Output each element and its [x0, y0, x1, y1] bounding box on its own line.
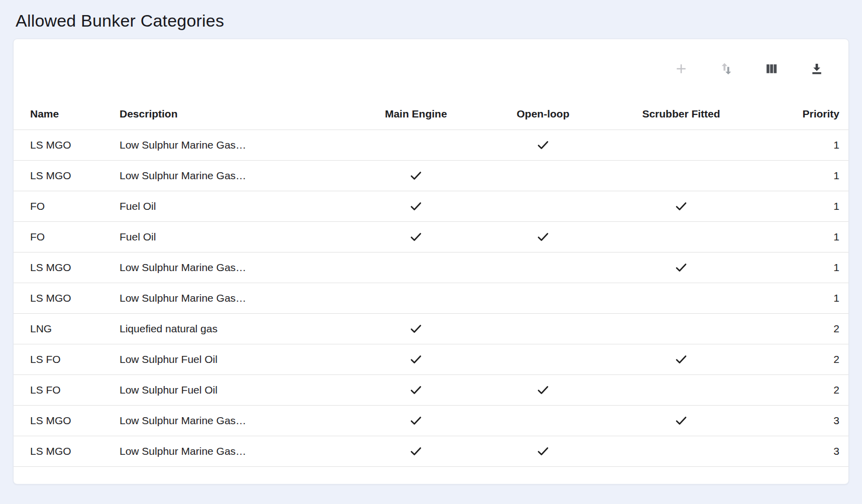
main-engine-cell[interactable] [345, 191, 487, 221]
check-icon [674, 261, 688, 275]
sort-button[interactable] [716, 58, 737, 79]
description-cell[interactable]: Low Sulphur Marine Gas… [119, 252, 345, 283]
main-engine-cell[interactable] [345, 405, 487, 436]
priority-cell[interactable]: 1 [763, 191, 849, 221]
columns-icon [764, 61, 779, 76]
main-engine-cell[interactable] [345, 436, 487, 466]
open-loop-cell[interactable] [487, 252, 599, 283]
check-icon [409, 322, 423, 336]
scrubber-fitted-cell[interactable] [599, 191, 763, 221]
check-icon [409, 383, 423, 397]
column-header-open-loop[interactable]: Open-loop [487, 98, 599, 130]
main-engine-cell[interactable] [345, 313, 487, 344]
column-header-main-engine[interactable]: Main Engine [345, 98, 487, 130]
scrubber-fitted-cell[interactable] [599, 436, 763, 466]
table-row[interactable]: LS MGOLow Sulphur Marine Gas…1 [14, 283, 849, 313]
open-loop-cell[interactable] [487, 374, 599, 405]
main-engine-cell[interactable] [345, 221, 487, 252]
check-icon [409, 414, 423, 428]
open-loop-cell[interactable] [487, 221, 599, 252]
scrubber-fitted-cell[interactable] [599, 405, 763, 436]
main-engine-cell[interactable] [345, 130, 487, 160]
scrubber-fitted-cell[interactable] [599, 283, 763, 313]
description-cell[interactable]: Low Sulphur Marine Gas… [119, 436, 345, 466]
open-loop-cell[interactable] [487, 191, 599, 221]
priority-cell[interactable]: 2 [763, 344, 849, 374]
description-cell[interactable]: Low Sulphur Marine Gas… [119, 130, 345, 160]
check-icon [409, 352, 423, 366]
table-row[interactable]: LNGLiquefied natural gas2 [14, 313, 849, 344]
check-icon [536, 230, 550, 244]
description-cell[interactable]: Low Sulphur Marine Gas… [119, 283, 345, 313]
table-row[interactable]: LS MGOLow Sulphur Marine Gas…3 [14, 436, 849, 466]
table-row[interactable]: LS MGOLow Sulphur Marine Gas…1 [14, 252, 849, 283]
check-icon [536, 444, 550, 458]
name-cell[interactable]: LS MGO [14, 130, 119, 160]
column-header-description[interactable]: Description [119, 98, 345, 130]
add-button[interactable] [671, 58, 692, 79]
check-icon [674, 352, 688, 366]
bunker-categories-table: Name Description Main Engine Open-loop S… [14, 98, 849, 467]
open-loop-cell[interactable] [487, 405, 599, 436]
description-cell[interactable]: Low Sulphur Fuel Oil [119, 374, 345, 405]
name-cell[interactable]: FO [14, 191, 119, 221]
description-cell[interactable]: Low Sulphur Marine Gas… [119, 405, 345, 436]
table-row[interactable]: LS MGOLow Sulphur Marine Gas…1 [14, 160, 849, 191]
priority-cell[interactable]: 1 [763, 160, 849, 191]
priority-cell[interactable]: 1 [763, 252, 849, 283]
open-loop-cell[interactable] [487, 160, 599, 191]
description-cell[interactable]: Fuel Oil [119, 221, 345, 252]
priority-cell[interactable]: 3 [763, 436, 849, 466]
priority-cell[interactable]: 1 [763, 283, 849, 313]
main-engine-cell[interactable] [345, 252, 487, 283]
name-cell[interactable]: LS MGO [14, 160, 119, 191]
priority-cell[interactable]: 2 [763, 313, 849, 344]
name-cell[interactable]: LS FO [14, 344, 119, 374]
description-cell[interactable]: Fuel Oil [119, 191, 345, 221]
scrubber-fitted-cell[interactable] [599, 160, 763, 191]
scrubber-fitted-cell[interactable] [599, 374, 763, 405]
main-engine-cell[interactable] [345, 374, 487, 405]
check-icon [409, 169, 423, 183]
name-cell[interactable]: LNG [14, 313, 119, 344]
column-header-scrubber-fitted[interactable]: Scrubber Fitted [599, 98, 763, 130]
table-row[interactable]: FOFuel Oil1 [14, 191, 849, 221]
column-header-priority[interactable]: Priority [763, 98, 849, 130]
name-cell[interactable]: LS MGO [14, 436, 119, 466]
priority-cell[interactable]: 3 [763, 405, 849, 436]
open-loop-cell[interactable] [487, 313, 599, 344]
open-loop-cell[interactable] [487, 130, 599, 160]
name-cell[interactable]: LS MGO [14, 252, 119, 283]
table-row[interactable]: LS MGOLow Sulphur Marine Gas…3 [14, 405, 849, 436]
priority-cell[interactable]: 1 [763, 221, 849, 252]
table-row[interactable]: FOFuel Oil1 [14, 221, 849, 252]
table-row[interactable]: LS FOLow Sulphur Fuel Oil2 [14, 344, 849, 374]
main-engine-cell[interactable] [345, 283, 487, 313]
open-loop-cell[interactable] [487, 283, 599, 313]
priority-cell[interactable]: 1 [763, 130, 849, 160]
scrubber-fitted-cell[interactable] [599, 313, 763, 344]
table-header-row: Name Description Main Engine Open-loop S… [14, 98, 849, 130]
scrubber-fitted-cell[interactable] [599, 344, 763, 374]
name-cell[interactable]: LS FO [14, 374, 119, 405]
description-cell[interactable]: Low Sulphur Marine Gas… [119, 160, 345, 191]
name-cell[interactable]: FO [14, 221, 119, 252]
scrubber-fitted-cell[interactable] [599, 130, 763, 160]
columns-button[interactable] [761, 58, 782, 79]
name-cell[interactable]: LS MGO [14, 283, 119, 313]
table-row[interactable]: LS FOLow Sulphur Fuel Oil2 [14, 374, 849, 405]
open-loop-cell[interactable] [487, 344, 599, 374]
open-loop-cell[interactable] [487, 436, 599, 466]
description-cell[interactable]: Low Sulphur Fuel Oil [119, 344, 345, 374]
description-cell[interactable]: Liquefied natural gas [119, 313, 345, 344]
name-cell[interactable]: LS MGO [14, 405, 119, 436]
table-row[interactable]: LS MGOLow Sulphur Marine Gas…1 [14, 130, 849, 160]
priority-cell[interactable]: 2 [763, 374, 849, 405]
main-engine-cell[interactable] [345, 344, 487, 374]
column-header-name[interactable]: Name [14, 98, 119, 130]
export-button[interactable] [806, 58, 827, 79]
scrubber-fitted-cell[interactable] [599, 252, 763, 283]
scrubber-fitted-cell[interactable] [599, 221, 763, 252]
table-toolbar [14, 39, 848, 98]
main-engine-cell[interactable] [345, 160, 487, 191]
